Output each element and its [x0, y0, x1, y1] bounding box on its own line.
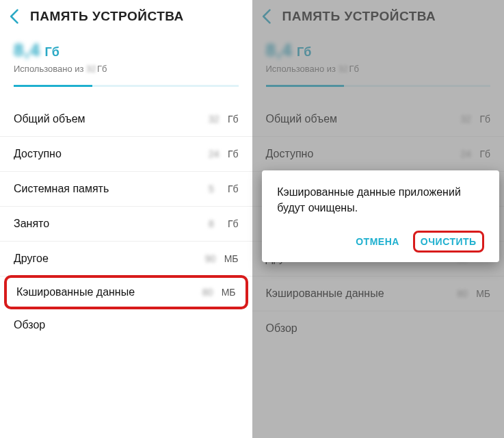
page-title: ПАМЯТЬ УСТРОЙСТВА [282, 9, 436, 24]
usage-progress-fill [266, 85, 345, 87]
dialog-message: Кэшированные данные приложений будут очи… [277, 184, 483, 216]
screen-right: ПАМЯТЬ УСТРОЙСТВА 8,4 Гб Использовано из… [252, 0, 505, 438]
usage-progress [266, 85, 491, 87]
page-title: ПАМЯТЬ УСТРОЙСТВА [30, 9, 184, 24]
usage-progress-fill [14, 85, 92, 87]
usage-subtext: Использовано из 32Гб [266, 64, 491, 74]
usage-unit: Гб [45, 45, 59, 60]
usage-summary: 8,4 Гб Использовано из 32Гб [0, 30, 252, 78]
usage-unit: Гб [297, 45, 311, 60]
row-other[interactable]: Другое 90 МБ [0, 242, 252, 276]
back-icon[interactable] [258, 7, 277, 26]
dialog-actions: ОТМЕНА ОЧИСТИТЬ [277, 231, 483, 253]
header: ПАМЯТЬ УСТРОЙСТВА [0, 0, 252, 30]
header: ПАМЯТЬ УСТРОЙСТВА [252, 0, 505, 30]
screen-left: ПАМЯТЬ УСТРОЙСТВА 8,4 Гб Использовано из… [0, 0, 252, 438]
row-system[interactable]: Системная память 5 Гб [0, 172, 252, 207]
usage-value: 8,4 [266, 40, 293, 61]
usage-subtext: Использовано из 32Гб [14, 64, 239, 74]
row-available[interactable]: Доступно 24 Гб [252, 137, 505, 172]
cancel-button[interactable]: ОТМЕНА [349, 231, 406, 253]
row-total[interactable]: Общий объем 32 Гб [0, 102, 252, 137]
row-overview[interactable]: Обзор [252, 311, 505, 346]
usage-summary: 8,4 Гб Использовано из 32Гб [252, 30, 505, 78]
back-icon[interactable] [5, 7, 25, 26]
row-used[interactable]: Занято 8 Гб [0, 207, 252, 242]
row-overview[interactable]: Обзор [0, 308, 252, 342]
row-cached[interactable]: Кэшированные данные 80 МБ [252, 276, 505, 311]
row-cached[interactable]: Кэшированные данные 80 МБ [4, 275, 248, 309]
row-available[interactable]: Доступно 24 Гб [0, 137, 252, 172]
usage-progress [14, 85, 239, 87]
confirm-button[interactable]: ОЧИСТИТЬ [413, 231, 484, 253]
clear-cache-dialog: Кэшированные данные приложений будут очи… [262, 170, 499, 262]
usage-value: 8,4 [14, 40, 40, 61]
row-total[interactable]: Общий объем 32 Гб [252, 102, 505, 137]
